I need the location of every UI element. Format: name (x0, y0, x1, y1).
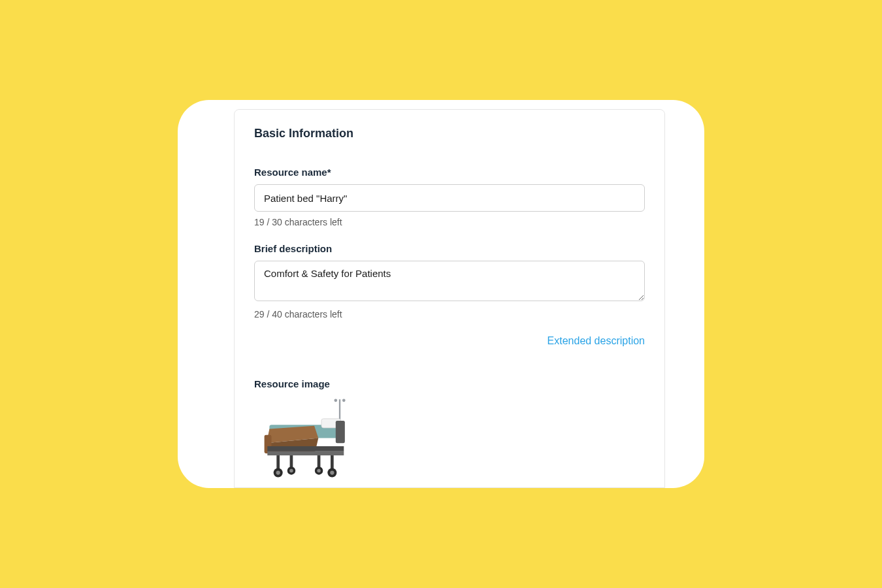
svg-point-14 (276, 470, 280, 474)
form-panel: Basic Information Resource name* 19 / 30… (234, 109, 665, 488)
extended-description-row: Extended description (254, 335, 645, 347)
brief-description-helper: 29 / 40 characters left (254, 309, 645, 319)
svg-point-18 (289, 469, 293, 472)
svg-point-16 (330, 470, 334, 474)
resource-name-group: Resource name* 19 / 30 characters left (254, 167, 645, 227)
resource-image-preview[interactable] (254, 396, 356, 488)
svg-rect-8 (267, 451, 344, 455)
hospital-bed-icon (254, 395, 356, 488)
svg-point-20 (317, 469, 320, 472)
resource-name-label: Resource name* (254, 167, 645, 178)
resource-image-label: Resource image (254, 378, 645, 389)
resource-name-input[interactable] (254, 184, 645, 212)
form-card: Basic Information Resource name* 19 / 30… (178, 100, 704, 488)
brief-description-label: Brief description (254, 243, 645, 254)
section-title: Basic Information (254, 127, 645, 140)
extended-description-link[interactable]: Extended description (547, 335, 645, 347)
svg-point-2 (342, 399, 346, 402)
svg-rect-7 (267, 446, 344, 451)
brief-description-group: Brief description 29 / 40 characters lef… (254, 243, 645, 319)
brief-description-input[interactable] (254, 261, 645, 301)
svg-point-1 (334, 399, 337, 402)
svg-rect-5 (336, 421, 345, 443)
resource-name-helper: 19 / 30 characters left (254, 217, 645, 227)
resource-image-group: Resource image (254, 378, 645, 488)
